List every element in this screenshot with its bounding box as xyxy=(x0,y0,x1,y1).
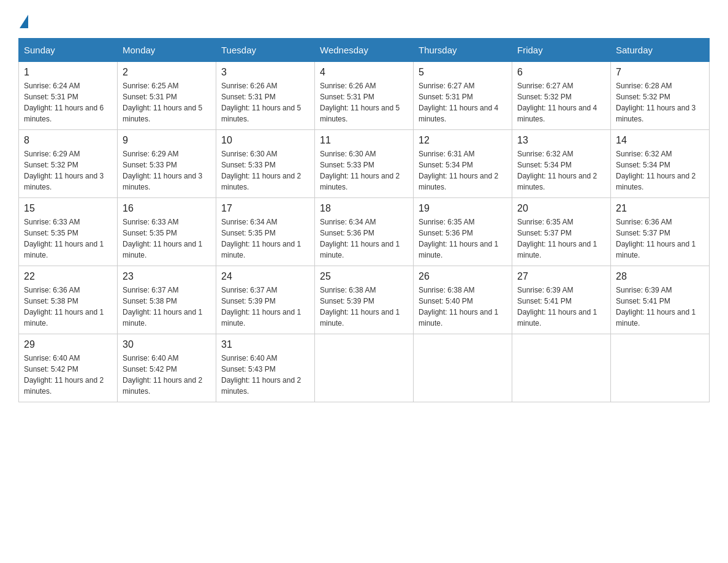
calendar-cell: 15Sunrise: 6:33 AMSunset: 5:35 PMDayligh… xyxy=(19,198,118,266)
page-header xyxy=(18,12,710,26)
day-info: Sunrise: 6:36 AMSunset: 5:37 PMDaylight:… xyxy=(616,218,696,259)
logo-triangle-icon xyxy=(20,15,28,28)
calendar-cell: 24Sunrise: 6:37 AMSunset: 5:39 PMDayligh… xyxy=(216,266,315,334)
day-number: 10 xyxy=(221,135,309,146)
column-header-sunday: Sunday xyxy=(19,39,118,62)
day-number: 5 xyxy=(419,67,507,78)
calendar-cell: 31Sunrise: 6:40 AMSunset: 5:43 PMDayligh… xyxy=(216,334,315,402)
day-number: 28 xyxy=(616,271,704,282)
day-number: 13 xyxy=(517,135,605,146)
column-header-thursday: Thursday xyxy=(414,39,512,62)
day-number: 8 xyxy=(24,135,112,146)
calendar-cell: 11Sunrise: 6:30 AMSunset: 5:33 PMDayligh… xyxy=(315,130,414,198)
day-info: Sunrise: 6:30 AMSunset: 5:33 PMDaylight:… xyxy=(221,150,301,191)
day-info: Sunrise: 6:29 AMSunset: 5:33 PMDaylight:… xyxy=(123,150,202,191)
day-number: 18 xyxy=(320,203,408,214)
calendar-cell: 13Sunrise: 6:32 AMSunset: 5:34 PMDayligh… xyxy=(512,130,611,198)
day-number: 23 xyxy=(123,271,211,282)
day-info: Sunrise: 6:25 AMSunset: 5:31 PMDaylight:… xyxy=(123,82,202,123)
day-number: 16 xyxy=(123,203,211,214)
column-header-saturday: Saturday xyxy=(611,39,710,62)
day-number: 19 xyxy=(419,203,507,214)
calendar-cell: 6Sunrise: 6:27 AMSunset: 5:32 PMDaylight… xyxy=(512,62,611,130)
day-info: Sunrise: 6:26 AMSunset: 5:31 PMDaylight:… xyxy=(221,82,301,123)
day-info: Sunrise: 6:35 AMSunset: 5:37 PMDaylight:… xyxy=(517,218,597,259)
day-info: Sunrise: 6:33 AMSunset: 5:35 PMDaylight:… xyxy=(123,218,202,259)
day-number: 9 xyxy=(123,135,211,146)
calendar-cell: 14Sunrise: 6:32 AMSunset: 5:34 PMDayligh… xyxy=(611,130,710,198)
day-number: 21 xyxy=(616,203,704,214)
day-info: Sunrise: 6:39 AMSunset: 5:41 PMDaylight:… xyxy=(616,286,696,327)
calendar-cell: 1Sunrise: 6:24 AMSunset: 5:31 PMDaylight… xyxy=(19,62,118,130)
day-info: Sunrise: 6:37 AMSunset: 5:39 PMDaylight:… xyxy=(221,286,301,327)
day-info: Sunrise: 6:38 AMSunset: 5:40 PMDaylight:… xyxy=(419,286,498,327)
day-info: Sunrise: 6:32 AMSunset: 5:34 PMDaylight:… xyxy=(616,150,696,191)
day-info: Sunrise: 6:38 AMSunset: 5:39 PMDaylight:… xyxy=(320,286,400,327)
day-info: Sunrise: 6:37 AMSunset: 5:38 PMDaylight:… xyxy=(123,286,202,327)
day-info: Sunrise: 6:40 AMSunset: 5:43 PMDaylight:… xyxy=(221,354,301,396)
day-number: 4 xyxy=(320,67,408,78)
day-info: Sunrise: 6:26 AMSunset: 5:31 PMDaylight:… xyxy=(320,82,400,123)
calendar-cell: 4Sunrise: 6:26 AMSunset: 5:31 PMDaylight… xyxy=(315,62,414,130)
calendar-cell: 16Sunrise: 6:33 AMSunset: 5:35 PMDayligh… xyxy=(118,198,216,266)
calendar-week-row: 22Sunrise: 6:36 AMSunset: 5:38 PMDayligh… xyxy=(19,266,710,334)
calendar-cell: 8Sunrise: 6:29 AMSunset: 5:32 PMDaylight… xyxy=(19,130,118,198)
calendar-cell: 21Sunrise: 6:36 AMSunset: 5:37 PMDayligh… xyxy=(611,198,710,266)
calendar-cell: 18Sunrise: 6:34 AMSunset: 5:36 PMDayligh… xyxy=(315,198,414,266)
calendar-cell: 10Sunrise: 6:30 AMSunset: 5:33 PMDayligh… xyxy=(216,130,315,198)
day-info: Sunrise: 6:27 AMSunset: 5:31 PMDaylight:… xyxy=(419,82,498,123)
calendar-cell: 27Sunrise: 6:39 AMSunset: 5:41 PMDayligh… xyxy=(512,266,611,334)
calendar-cell: 3Sunrise: 6:26 AMSunset: 5:31 PMDaylight… xyxy=(216,62,315,130)
day-number: 1 xyxy=(24,67,112,78)
day-number: 6 xyxy=(517,67,605,78)
day-info: Sunrise: 6:30 AMSunset: 5:33 PMDaylight:… xyxy=(320,150,400,191)
day-number: 31 xyxy=(221,339,309,350)
day-number: 26 xyxy=(419,271,507,282)
calendar-header-row: SundayMondayTuesdayWednesdayThursdayFrid… xyxy=(19,39,710,62)
calendar-week-row: 15Sunrise: 6:33 AMSunset: 5:35 PMDayligh… xyxy=(19,198,710,266)
day-number: 7 xyxy=(616,67,704,78)
day-number: 25 xyxy=(320,271,408,282)
day-number: 14 xyxy=(616,135,704,146)
calendar-week-row: 8Sunrise: 6:29 AMSunset: 5:32 PMDaylight… xyxy=(19,130,710,198)
day-number: 2 xyxy=(123,67,211,78)
day-number: 30 xyxy=(123,339,211,350)
calendar-cell: 2Sunrise: 6:25 AMSunset: 5:31 PMDaylight… xyxy=(118,62,216,130)
calendar-cell: 28Sunrise: 6:39 AMSunset: 5:41 PMDayligh… xyxy=(611,266,710,334)
calendar-cell: 30Sunrise: 6:40 AMSunset: 5:42 PMDayligh… xyxy=(118,334,216,402)
day-number: 17 xyxy=(221,203,309,214)
calendar-cell xyxy=(315,334,414,402)
logo xyxy=(18,12,28,26)
day-info: Sunrise: 6:40 AMSunset: 5:42 PMDaylight:… xyxy=(24,354,104,396)
calendar-cell: 29Sunrise: 6:40 AMSunset: 5:42 PMDayligh… xyxy=(19,334,118,402)
day-number: 22 xyxy=(24,271,112,282)
column-header-friday: Friday xyxy=(512,39,611,62)
day-info: Sunrise: 6:34 AMSunset: 5:36 PMDaylight:… xyxy=(320,218,400,259)
calendar-cell: 5Sunrise: 6:27 AMSunset: 5:31 PMDaylight… xyxy=(414,62,512,130)
calendar-cell xyxy=(611,334,710,402)
calendar-cell: 25Sunrise: 6:38 AMSunset: 5:39 PMDayligh… xyxy=(315,266,414,334)
calendar-cell: 7Sunrise: 6:28 AMSunset: 5:32 PMDaylight… xyxy=(611,62,710,130)
calendar-table: SundayMondayTuesdayWednesdayThursdayFrid… xyxy=(18,38,710,402)
day-info: Sunrise: 6:33 AMSunset: 5:35 PMDaylight:… xyxy=(24,218,104,259)
calendar-cell: 23Sunrise: 6:37 AMSunset: 5:38 PMDayligh… xyxy=(118,266,216,334)
day-number: 12 xyxy=(419,135,507,146)
day-number: 20 xyxy=(517,203,605,214)
day-info: Sunrise: 6:27 AMSunset: 5:32 PMDaylight:… xyxy=(517,82,597,123)
calendar-cell: 22Sunrise: 6:36 AMSunset: 5:38 PMDayligh… xyxy=(19,266,118,334)
day-info: Sunrise: 6:36 AMSunset: 5:38 PMDaylight:… xyxy=(24,286,104,327)
day-number: 15 xyxy=(24,203,112,214)
day-info: Sunrise: 6:32 AMSunset: 5:34 PMDaylight:… xyxy=(517,150,597,191)
day-info: Sunrise: 6:35 AMSunset: 5:36 PMDaylight:… xyxy=(419,218,498,259)
calendar-cell: 20Sunrise: 6:35 AMSunset: 5:37 PMDayligh… xyxy=(512,198,611,266)
calendar-cell xyxy=(414,334,512,402)
column-header-tuesday: Tuesday xyxy=(216,39,315,62)
calendar-cell: 26Sunrise: 6:38 AMSunset: 5:40 PMDayligh… xyxy=(414,266,512,334)
day-info: Sunrise: 6:29 AMSunset: 5:32 PMDaylight:… xyxy=(24,150,104,191)
day-number: 11 xyxy=(320,135,408,146)
calendar-cell xyxy=(512,334,611,402)
day-info: Sunrise: 6:28 AMSunset: 5:32 PMDaylight:… xyxy=(616,82,696,123)
calendar-cell: 19Sunrise: 6:35 AMSunset: 5:36 PMDayligh… xyxy=(414,198,512,266)
day-info: Sunrise: 6:31 AMSunset: 5:34 PMDaylight:… xyxy=(419,150,498,191)
day-info: Sunrise: 6:39 AMSunset: 5:41 PMDaylight:… xyxy=(517,286,597,327)
